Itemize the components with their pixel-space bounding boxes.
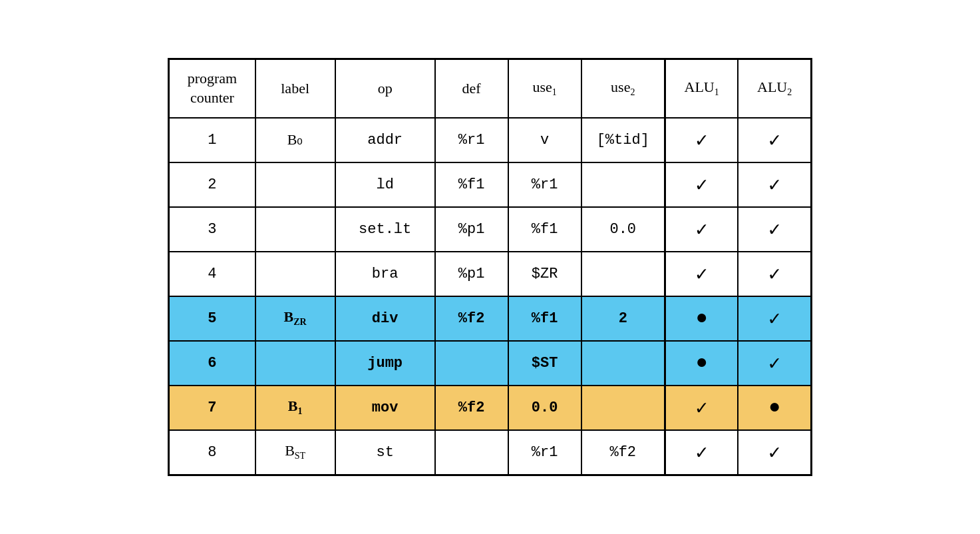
cell-alu2: ● [738,386,811,430]
cell-alu1: ✓ [665,118,738,162]
cell-label [255,162,335,207]
cell-pc: 6 [169,341,255,386]
table-row: 6jump$ST●✓ [169,341,812,386]
table-row: 1B₀addr%r1v[%tid]✓✓ [169,118,812,162]
header-alu2: ALU2 [738,59,811,118]
cell-op: jump [335,341,435,386]
cell-label [255,207,335,252]
cell-use2: [%tid] [581,118,665,162]
header-alu1: ALU1 [665,59,738,118]
table-row: 8BSTst%r1%f2✓✓ [169,430,812,475]
header-use1: use1 [508,59,581,118]
dot-icon: ● [768,396,780,419]
cell-use2: 0.0 [581,207,665,252]
cell-alu2: ✓ [738,296,811,341]
check-icon: ✓ [696,264,708,286]
cell-alu2: ✓ [738,430,811,475]
cell-pc: 1 [169,118,255,162]
cell-alu1: ✓ [665,386,738,430]
cell-op: addr [335,118,435,162]
cell-use1: %f1 [508,296,581,341]
cell-alu1: ✓ [665,430,738,475]
check-icon: ✓ [696,219,708,242]
cell-def: %f2 [435,386,508,430]
cell-alu1: ● [665,341,738,386]
cell-label: BST [255,430,335,475]
cell-pc: 2 [169,162,255,207]
cell-use2: %f2 [581,430,665,475]
cell-pc: 3 [169,207,255,252]
table-row: 3set.lt%p1%f10.0✓✓ [169,207,812,252]
cell-use2 [581,252,665,296]
cell-use1: %f1 [508,207,581,252]
check-icon: ✓ [768,264,780,286]
cell-label: B1 [255,386,335,430]
check-icon: ✓ [768,308,780,331]
table-row: 2ld%f1%r1✓✓ [169,162,812,207]
cell-def: %f1 [435,162,508,207]
cell-alu2: ✓ [738,162,811,207]
cell-use1: $ZR [508,252,581,296]
table-container: programcounter label op def use1 use2 AL… [141,31,839,502]
table-row: 5BZRdiv%f2%f12●✓ [169,296,812,341]
check-icon: ✓ [696,174,708,197]
cell-def: %f2 [435,296,508,341]
cell-op: bra [335,252,435,296]
table-row: 4bra%p1$ZR✓✓ [169,252,812,296]
cell-pc: 5 [169,296,255,341]
cell-pc: 4 [169,252,255,296]
cell-pc: 7 [169,386,255,430]
check-icon: ✓ [768,130,780,152]
cell-label [255,341,335,386]
cell-alu2: ✓ [738,252,811,296]
cell-op: div [335,296,435,341]
cell-op: st [335,430,435,475]
cell-def [435,341,508,386]
cell-use1: v [508,118,581,162]
cell-op: ld [335,162,435,207]
cell-label: BZR [255,296,335,341]
cell-label: B₀ [255,118,335,162]
header-label: label [255,59,335,118]
cell-alu2: ✓ [738,118,811,162]
dot-icon: ● [696,307,708,330]
cell-use2 [581,386,665,430]
instruction-table: programcounter label op def use1 use2 AL… [168,58,812,475]
check-icon: ✓ [696,442,708,465]
header-def: def [435,59,508,118]
header-pc: programcounter [169,59,255,118]
cell-use1: %r1 [508,430,581,475]
cell-op: set.lt [335,207,435,252]
cell-label [255,252,335,296]
cell-alu1: ✓ [665,162,738,207]
cell-alu1: ✓ [665,252,738,296]
check-icon: ✓ [696,130,708,152]
header-use2: use2 [581,59,665,118]
dot-icon: ● [696,352,708,374]
check-icon: ✓ [768,353,780,376]
cell-op: mov [335,386,435,430]
cell-use2 [581,162,665,207]
cell-use1: 0.0 [508,386,581,430]
check-icon: ✓ [768,174,780,197]
check-icon: ✓ [768,219,780,242]
cell-pc: 8 [169,430,255,475]
header-op: op [335,59,435,118]
cell-use1: %r1 [508,162,581,207]
cell-alu2: ✓ [738,207,811,252]
cell-def: %r1 [435,118,508,162]
cell-alu2: ✓ [738,341,811,386]
cell-use2 [581,341,665,386]
check-icon: ✓ [696,398,708,420]
check-icon: ✓ [768,442,780,465]
cell-use2: 2 [581,296,665,341]
cell-def: %p1 [435,207,508,252]
cell-def: %p1 [435,252,508,296]
cell-alu1: ✓ [665,207,738,252]
cell-use1: $ST [508,341,581,386]
cell-def [435,430,508,475]
cell-alu1: ● [665,296,738,341]
table-row: 7B1mov%f20.0✓● [169,386,812,430]
